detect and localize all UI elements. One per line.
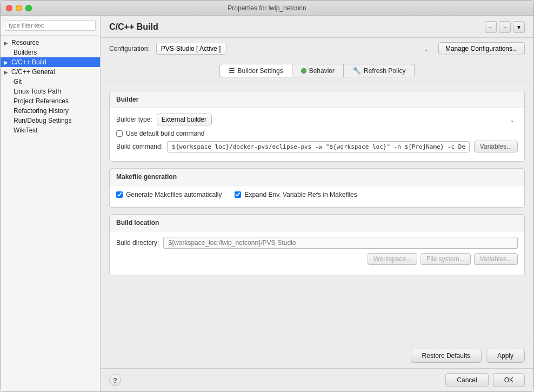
help-button[interactable]: ? — [109, 374, 121, 386]
sidebar-item-wikitext[interactable]: WikiText — [1, 125, 100, 135]
refresh-policy-icon: 🔧 — [352, 67, 361, 75]
build-command-label: Build command: — [116, 143, 163, 150]
titlebar: Properties for lwip_netconn — [1, 1, 533, 16]
builder-section-body: Builder type: External builder Use defau… — [110, 108, 524, 161]
content-panel: Builder Builder type: External builder — [101, 82, 533, 343]
expand-arrow: ▶ — [4, 59, 9, 65]
main-content: C/C++ Build ← → ▼ Configuration: PVS-Stu… — [101, 16, 533, 391]
build-location-header: Build location — [110, 215, 524, 231]
sidebar-tree: ▶ Resource Builders ▶ C/C++ Build ▶ C/C+… — [1, 36, 100, 391]
build-command-variables-button[interactable]: Variables... — [474, 141, 518, 152]
config-select[interactable]: PVS-Studio [ Active ] — [156, 43, 226, 55]
behavior-icon — [301, 68, 306, 74]
help-icon: ? — [113, 376, 117, 384]
config-select-wrapper: PVS-Studio [ Active ] — [156, 43, 432, 55]
builder-section-header: Builder — [110, 91, 524, 108]
tab-bar: ☰ Builder Settings Behavior 🔧 Refresh Po… — [101, 59, 533, 82]
manage-configurations-button[interactable]: Manage Configurations... — [438, 42, 525, 55]
generate-makefiles-checkbox[interactable] — [116, 191, 123, 198]
sidebar-item-label: Linux Tools Path — [14, 88, 61, 95]
apply-button[interactable]: Apply — [486, 349, 525, 363]
builder-settings-icon: ☰ — [229, 67, 235, 75]
build-dir-buttons-row: Workspace... File system... Variables... — [116, 253, 518, 265]
config-label: Configuration: — [109, 45, 150, 52]
filesystem-button[interactable]: File system... — [420, 253, 471, 265]
maximize-button[interactable] — [25, 5, 32, 11]
bottom-bar: Restore Defaults Apply — [101, 343, 533, 368]
sidebar-item-cpp-build[interactable]: ▶ C/C++ Build — [1, 57, 100, 67]
traffic-lights — [6, 5, 32, 11]
ok-button[interactable]: OK — [493, 373, 525, 387]
cancel-button[interactable]: Cancel — [445, 373, 488, 387]
sidebar-item-label: Run/Debug Settings — [14, 117, 71, 124]
header-actions: ← → ▼ — [485, 21, 525, 33]
build-command-input[interactable] — [167, 141, 470, 152]
sidebar-item-label: Project References — [14, 97, 69, 105]
sidebar-item-refactoring[interactable]: Refactoring History — [1, 106, 100, 116]
minimize-button[interactable] — [16, 5, 22, 11]
build-dir-label: Build directory: — [116, 239, 159, 247]
window: Properties for lwip_netconn ▶ Resource B… — [0, 0, 534, 392]
sidebar-item-label: WikiText — [14, 127, 38, 134]
sidebar-item-project-refs[interactable]: Project References — [1, 96, 100, 106]
build-dir-row: Build directory: — [116, 237, 518, 249]
page-title: C/C++ Build — [109, 22, 158, 32]
expand-arrow: ▶ — [4, 40, 9, 46]
footer: ? Cancel OK — [101, 368, 533, 391]
sidebar-item-label: C/C++ Build — [11, 58, 46, 66]
builder-section: Builder Builder type: External builder — [109, 91, 525, 162]
window-body: ▶ Resource Builders ▶ C/C++ Build ▶ C/C+… — [1, 16, 533, 391]
sidebar-item-git[interactable]: Git — [1, 77, 100, 87]
sidebar-item-label: Builders — [14, 49, 37, 56]
expand-env-label: Expand Env. Variable Refs in Makefiles — [244, 191, 357, 198]
tab-behavior[interactable]: Behavior — [292, 64, 344, 77]
workspace-button[interactable]: Workspace... — [368, 253, 417, 265]
tab-builder-settings[interactable]: ☰ Builder Settings — [219, 64, 292, 77]
use-default-checkbox[interactable] — [116, 130, 123, 137]
build-dir-input[interactable] — [163, 237, 518, 249]
main-header: C/C++ Build ← → ▼ — [101, 16, 533, 38]
use-default-row: Use default build command — [116, 130, 518, 137]
footer-left: ? — [109, 374, 121, 386]
tab-label: Builder Settings — [238, 67, 283, 75]
makefile-checkboxes: Generate Makefiles automatically Expand … — [116, 191, 518, 202]
builder-type-select-wrapper: External builder — [157, 114, 518, 125]
tab-refresh-policy[interactable]: 🔧 Refresh Policy — [344, 64, 415, 77]
sidebar-item-resource[interactable]: ▶ Resource — [1, 38, 100, 48]
build-location-variables-button[interactable]: Variables... — [474, 253, 518, 265]
close-button[interactable] — [6, 5, 12, 11]
build-location-section: Build location Build directory: Workspac… — [109, 214, 525, 275]
sidebar-filter-area — [1, 16, 100, 36]
makefile-section-header: Makefile generation — [110, 169, 524, 185]
filter-input[interactable] — [5, 20, 96, 31]
builder-type-label: Builder type: — [116, 116, 152, 123]
sidebar-item-label: Refactoring History — [14, 107, 69, 115]
sidebar-item-run-debug[interactable]: Run/Debug Settings — [1, 116, 100, 125]
builder-type-select[interactable]: External builder — [157, 114, 212, 125]
sidebar-item-label: Resource — [11, 39, 39, 46]
footer-right: Cancel OK — [445, 373, 525, 387]
expand-env-checkbox[interactable] — [235, 191, 241, 198]
forward-button[interactable]: → — [499, 21, 511, 33]
expand-arrow: ▶ — [4, 69, 9, 75]
sidebar: ▶ Resource Builders ▶ C/C++ Build ▶ C/C+… — [1, 16, 101, 391]
restore-defaults-button[interactable]: Restore Defaults — [411, 349, 482, 363]
back-button[interactable]: ← — [485, 21, 497, 33]
build-command-row: Build command: Variables... — [116, 141, 518, 152]
tab-label: Refresh Policy — [364, 67, 405, 75]
generate-makefiles-label: Generate Makefiles automatically — [126, 191, 222, 198]
sidebar-item-builders[interactable]: Builders — [1, 48, 100, 57]
sidebar-item-linux-tools[interactable]: Linux Tools Path — [1, 87, 100, 96]
use-default-label: Use default build command — [126, 130, 204, 137]
config-bar: Configuration: PVS-Studio [ Active ] Man… — [101, 38, 533, 59]
dropdown-button[interactable]: ▼ — [513, 21, 525, 33]
sidebar-item-cpp-general[interactable]: ▶ C/C++ General — [1, 67, 100, 77]
builder-type-row: Builder type: External builder — [116, 114, 518, 125]
build-location-body: Build directory: Workspace... File syste… — [110, 231, 524, 275]
sidebar-item-label: Git — [14, 78, 22, 85]
generate-makefiles-row: Generate Makefiles automatically — [116, 191, 222, 198]
tab-label: Behavior — [309, 67, 335, 75]
sidebar-item-label: C/C++ General — [11, 68, 55, 76]
makefile-section: Makefile generation Generate Makefiles a… — [109, 168, 525, 208]
expand-env-row: Expand Env. Variable Refs in Makefiles — [235, 191, 357, 198]
